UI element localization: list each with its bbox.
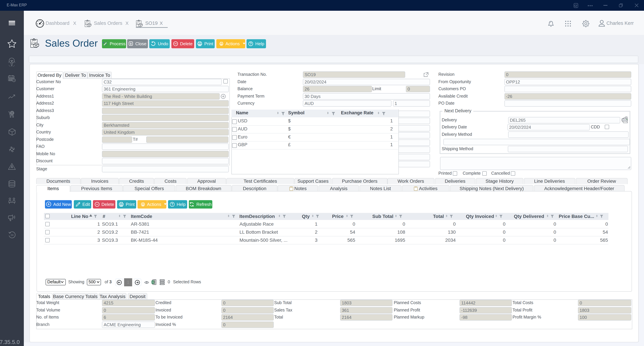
svg-text:24: 24 bbox=[10, 234, 14, 236]
svg-text:X: X bbox=[152, 281, 154, 284]
